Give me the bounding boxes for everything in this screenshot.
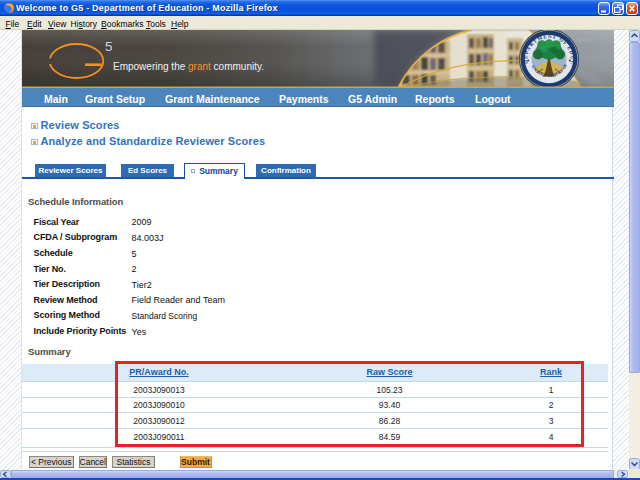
- svg-text:5: 5: [105, 39, 113, 54]
- svg-text:Empowering the grant community: Empowering the grant community.: [113, 61, 264, 72]
